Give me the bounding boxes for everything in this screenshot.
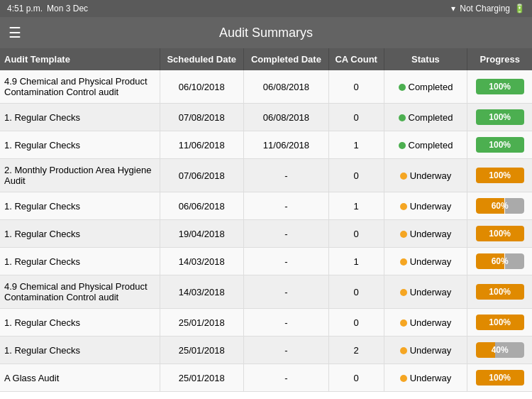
cell-template: A Glass Audit xyxy=(0,364,160,392)
progress-bar: 60% xyxy=(476,198,524,214)
status-dot-icon xyxy=(399,114,406,121)
cell-completed: 06/08/2018 xyxy=(243,70,328,104)
cell-completed: - xyxy=(243,192,328,220)
status-dot-icon xyxy=(400,319,407,327)
menu-button[interactable]: ☰ xyxy=(9,26,21,40)
cell-status: Underway xyxy=(384,159,467,192)
cell-status: Completed xyxy=(384,70,467,104)
cell-ca-count: 0 xyxy=(328,309,384,337)
cell-status: Underway xyxy=(384,220,467,248)
status-dot-icon xyxy=(400,375,407,382)
table-row[interactable]: 1. Regular Checks07/08/201806/08/20180Co… xyxy=(0,104,532,131)
wifi-icon: ▾ xyxy=(451,4,455,13)
cell-scheduled: 07/08/2018 xyxy=(160,104,243,131)
progress-bar: 100% xyxy=(476,168,524,183)
cell-completed: - xyxy=(243,337,328,364)
cell-status: Underway xyxy=(384,309,467,337)
status-dot-icon xyxy=(400,258,407,266)
cell-ca-count: 2 xyxy=(328,337,384,364)
cell-template: 1. Regular Checks xyxy=(0,192,160,220)
cell-ca-count: 0 xyxy=(328,220,384,248)
cell-completed: - xyxy=(243,159,328,192)
time: 4:51 p.m. xyxy=(7,4,43,13)
cell-template: 1. Regular Checks xyxy=(0,309,160,337)
cell-completed: - xyxy=(243,309,328,337)
cell-scheduled: 25/01/2018 xyxy=(160,337,243,364)
cell-scheduled: 06/10/2018 xyxy=(160,70,243,104)
cell-progress: 100% xyxy=(467,70,532,104)
cell-template: 1. Regular Checks xyxy=(0,131,160,159)
cell-status: Underway xyxy=(384,192,467,220)
table-row[interactable]: 1. Regular Checks14/03/2018-1Underway60% xyxy=(0,248,532,275)
hamburger-icon: ☰ xyxy=(9,25,21,40)
cell-progress: 100% xyxy=(467,275,532,309)
cell-completed: - xyxy=(243,275,328,309)
cell-progress: 60% xyxy=(467,192,532,220)
status-dot-icon xyxy=(400,347,407,354)
cell-completed: 11/06/2018 xyxy=(243,131,328,159)
header-scheduled: Scheduled Date xyxy=(160,48,243,70)
cell-progress: 60% xyxy=(467,248,532,275)
cell-template: 2. Monthly Production Area Hygiene Audit xyxy=(0,159,160,192)
status-dot-icon xyxy=(400,173,407,180)
table-row[interactable]: 1. Regular Checks25/01/2018-0Underway100… xyxy=(0,309,532,337)
progress-bar: 40% xyxy=(476,342,524,358)
status-dot-icon xyxy=(400,231,407,238)
table-row[interactable]: 1. Regular Checks19/04/2018-0Underway100… xyxy=(0,220,532,248)
status-dot-icon xyxy=(399,142,406,149)
cell-ca-count: 1 xyxy=(328,131,384,159)
audit-table-container: Audit Template Scheduled Date Completed … xyxy=(0,48,532,399)
progress-label: 40% xyxy=(492,345,509,355)
header-status: Status xyxy=(384,48,467,70)
cell-template: 4.9 Chemical and Physical Product Contam… xyxy=(0,70,160,104)
table-row[interactable]: 4.9 Chemical and Physical Product Contam… xyxy=(0,70,532,104)
table-row[interactable]: 4.9 Chemical and Physical Product Contam… xyxy=(0,275,532,309)
cell-template: 1. Regular Checks xyxy=(0,104,160,131)
cell-template: 4.9 Chemical and Physical Product Contam… xyxy=(0,275,160,309)
cell-progress: 100% xyxy=(467,309,532,337)
cell-completed: - xyxy=(243,248,328,275)
page-title: Audit Summarys xyxy=(219,26,313,40)
cell-scheduled: 11/06/2018 xyxy=(160,131,243,159)
progress-bar: 100% xyxy=(476,79,524,94)
battery-icon: 🔋 xyxy=(514,4,525,13)
cell-scheduled: 19/04/2018 xyxy=(160,220,243,248)
table-row[interactable]: A Glass Audit25/01/2018-0Underway100% xyxy=(0,364,532,392)
cell-progress: 100% xyxy=(467,104,532,131)
status-dot-icon xyxy=(399,84,406,91)
progress-bar: 100% xyxy=(476,226,524,241)
cell-ca-count: 0 xyxy=(328,275,384,309)
cell-template: 1. Regular Checks xyxy=(0,337,160,364)
cell-progress: 100% xyxy=(467,159,532,192)
cell-template: 1. Regular Checks xyxy=(0,220,160,248)
table-row[interactable]: 1. Regular Checks11/06/201811/06/20181Co… xyxy=(0,131,532,159)
date: Mon 3 Dec xyxy=(47,4,88,13)
cell-progress: 40% xyxy=(467,337,532,364)
cell-progress: 100% xyxy=(467,220,532,248)
navbar: ☰ Audit Summarys xyxy=(0,17,532,48)
progress-bar: 100% xyxy=(476,284,524,300)
cell-ca-count: 0 xyxy=(328,70,384,104)
header-progress: Progress xyxy=(467,48,532,70)
table-row[interactable]: 2. Monthly Production Area Hygiene Audit… xyxy=(0,159,532,192)
cell-progress: 100% xyxy=(467,364,532,392)
cell-ca-count: 0 xyxy=(328,159,384,192)
table-row[interactable]: 1. Regular Checks25/01/2018-2Underway40% xyxy=(0,337,532,364)
progress-bar: 100% xyxy=(476,109,524,125)
audit-table: Audit Template Scheduled Date Completed … xyxy=(0,48,532,392)
cell-scheduled: 06/06/2018 xyxy=(160,192,243,220)
cell-status: Completed xyxy=(384,104,467,131)
header-completed: Completed Date xyxy=(243,48,328,70)
table-row[interactable]: 1. Regular Checks06/06/2018-1Underway60% xyxy=(0,192,532,220)
cell-template: 1. Regular Checks xyxy=(0,248,160,275)
cell-scheduled: 25/01/2018 xyxy=(160,309,243,337)
battery-status: Not Charging xyxy=(460,4,510,13)
progress-bar: 100% xyxy=(476,137,524,153)
cell-completed: 06/08/2018 xyxy=(243,104,328,131)
header-ca-count: CA Count xyxy=(328,48,384,70)
cell-scheduled: 14/03/2018 xyxy=(160,275,243,309)
cell-ca-count: 1 xyxy=(328,248,384,275)
cell-status: Completed xyxy=(384,131,467,159)
cell-status: Underway xyxy=(384,364,467,392)
cell-status: Underway xyxy=(384,337,467,364)
